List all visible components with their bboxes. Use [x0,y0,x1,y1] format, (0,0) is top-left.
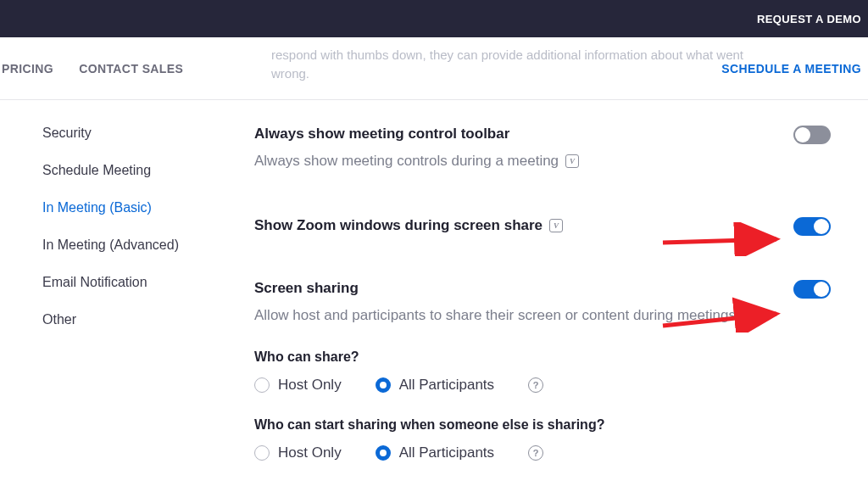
who-can-share-options: Host Only All Participants ? [254,377,831,394]
setting-title-text: Show Zoom windows during screen share [254,217,542,234]
schedule-meeting-link[interactable]: SCHEDULE A MEETING [721,62,861,75]
sidebar-item-schedule-meeting[interactable]: Schedule Meeting [42,163,254,178]
radio-host-only[interactable]: Host Only [254,377,342,394]
sidebar-item-in-meeting-advanced[interactable]: In Meeting (Advanced) [42,238,254,253]
sub-header: PRICING CONTACT SALES respond with thumb… [0,37,868,100]
verified-icon: V [549,219,563,232]
setting-desc: Always show meeting controls during a me… [254,151,579,171]
nav-contact-sales[interactable]: CONTACT SALES [79,62,183,75]
toggle-show-zoom-windows[interactable] [793,217,831,236]
help-icon[interactable]: ? [528,445,543,461]
setting-screen-sharing: Screen sharing Allow host and participan… [254,280,831,461]
who-can-share-label: Who can share? [254,349,831,365]
main-area: Security Schedule Meeting In Meeting (Ba… [0,100,868,495]
setting-title: Always show meeting control toolbar [254,126,509,143]
radio-icon [376,445,391,461]
setting-title-text: Screen sharing [254,280,359,297]
setting-desc: Allow host and participants to share the… [254,305,736,326]
setting-desc-text: Always show meeting controls during a me… [254,151,559,171]
radio-icon [254,377,270,393]
request-demo-link[interactable]: REQUEST A DEMO [757,13,861,25]
radio-label: All Participants [399,444,494,461]
setting-title: Show Zoom windows during screen share V [254,217,563,234]
top-banner: REQUEST A DEMO [0,0,868,37]
toggle-screen-sharing[interactable] [793,280,831,299]
radio-icon [254,445,270,461]
radio-all-participants[interactable]: All Participants [376,444,494,461]
nav-pricing[interactable]: PRICING [2,62,53,75]
radio-label: Host Only [278,377,342,394]
toggle-knob [795,127,810,143]
sidebar-item-email-notification[interactable]: Email Notification [42,275,254,290]
sidebar-item-security[interactable]: Security [42,126,254,141]
settings-sidebar: Security Schedule Meeting In Meeting (Ba… [0,126,254,495]
prev-setting-desc-overflow: respond with thumbs down, they can provi… [271,46,746,83]
setting-desc-text: Allow host and participants to share the… [254,305,736,326]
toggle-knob [814,282,829,297]
setting-meeting-toolbar: Always show meeting control toolbar Alwa… [254,126,831,171]
radio-label: Host Only [278,444,342,461]
radio-icon [376,377,391,393]
help-icon[interactable]: ? [528,377,543,393]
toggle-meeting-toolbar[interactable] [793,126,831,144]
setting-title: Screen sharing [254,280,359,297]
settings-content: Always show meeting control toolbar Alwa… [254,126,848,495]
radio-host-only[interactable]: Host Only [254,444,342,461]
verified-icon: V [565,154,579,168]
radio-label: All Participants [399,377,494,394]
setting-title-text: Always show meeting control toolbar [254,126,509,143]
toggle-knob [814,219,829,234]
who-can-start-options: Host Only All Participants ? [254,444,831,461]
radio-all-participants[interactable]: All Participants [376,377,494,394]
sidebar-item-other[interactable]: Other [42,312,254,327]
setting-show-zoom-windows: Show Zoom windows during screen share V [254,217,831,234]
sidebar-item-in-meeting-basic[interactable]: In Meeting (Basic) [42,200,254,215]
who-can-start-label: Who can start sharing when someone else … [254,417,831,433]
